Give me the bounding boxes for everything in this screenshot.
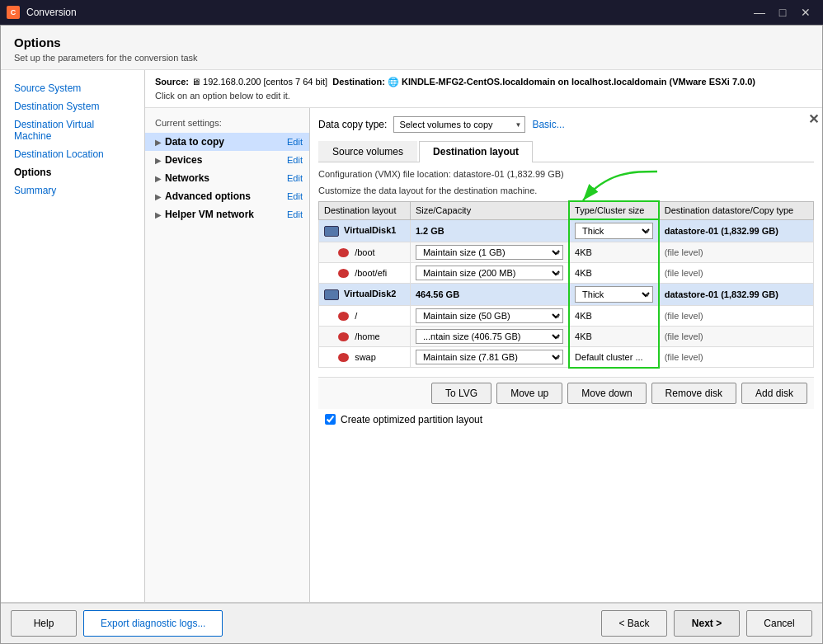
arrow-icon: ▶ <box>155 156 162 165</box>
table-container: Destination layout Size/Capacity Type/Cl… <box>318 200 814 369</box>
edit-link-devices[interactable]: Edit <box>287 155 303 165</box>
move-up-button[interactable]: Move up <box>496 383 562 404</box>
sidebar-item-destination-location[interactable]: Destination Location <box>7 146 138 162</box>
type-cell: 4KB <box>569 242 659 263</box>
close-button[interactable]: ✕ <box>795 2 816 23</box>
body: Source System Destination System Destina… <box>1 70 822 602</box>
edit-link-helper-vm-network[interactable]: Edit <box>287 209 303 219</box>
partition-label-cell: / <box>319 306 411 327</box>
settings-item-advanced-options[interactable]: ▶ Advanced options Edit <box>145 187 309 205</box>
tab-source-volumes[interactable]: Source volumes <box>318 141 417 162</box>
table-row: /home ...ntain size (406.75 GB) <box>319 327 814 347</box>
edit-link-advanced-options[interactable]: Edit <box>287 191 303 201</box>
settings-label: Current settings: <box>145 115 309 133</box>
main-window: Options Set up the parameters for the co… <box>0 25 823 644</box>
type-cell: Thick Thin <box>569 219 659 242</box>
size-select-root[interactable]: Maintain size (50 GB) <box>416 308 563 323</box>
basic-link[interactable]: Basic... <box>532 119 564 130</box>
partition-label-cell: /home <box>319 327 411 347</box>
dest-cell: (file level) <box>659 263 814 284</box>
close-panel-button[interactable]: ✕ <box>808 111 819 127</box>
type-cell: Thick Thin <box>569 284 659 306</box>
partition-label-cell: /boot <box>319 242 411 263</box>
size-select-boot[interactable]: Maintain size (1 GB) <box>416 245 563 260</box>
size-select-swap[interactable]: Maintain size (7.81 GB) <box>416 350 563 364</box>
titlebar: C Conversion — □ ✕ <box>0 0 823 25</box>
size-cell: ...ntain size (406.75 GB) <box>410 327 569 347</box>
arrow-icon: ▶ <box>155 210 162 219</box>
disk-label-cell: VirtualDisk1 <box>319 219 411 242</box>
export-logs-button[interactable]: Export diagnostic logs... <box>83 610 223 637</box>
tabs: Source volumes Destination layout <box>318 141 814 162</box>
source-bar: Source: 🖥 192.168.0.200 [centos 7 64 bit… <box>145 70 822 108</box>
data-copy-select[interactable]: Select volumes to copy <box>393 116 525 133</box>
size-select-home[interactable]: ...ntain size (406.75 GB) <box>416 329 563 344</box>
help-button[interactable]: Help <box>11 610 77 637</box>
disk-icon2 <box>324 289 339 300</box>
partition-icon-home <box>338 332 349 341</box>
partition-label-cell: /boot/efi <box>319 263 411 284</box>
type-cell: 4KB <box>569 263 659 284</box>
right-panel: ✕ Data copy type: Select volumes to copy… <box>310 108 822 602</box>
disk-icon <box>324 226 339 237</box>
thick-select-wrapper: Thick Thin <box>575 223 653 239</box>
minimize-button[interactable]: — <box>749 2 770 23</box>
content-area: Source: 🖥 192.168.0.200 [centos 7 64 bit… <box>145 70 822 602</box>
size-cell: Maintain size (1 GB) <box>410 242 569 263</box>
sidebar-item-destination-virtual-machine[interactable]: Destination Virtual Machine <box>7 116 138 144</box>
settings-item-helper-vm-network[interactable]: ▶ Helper VM network Edit <box>145 205 309 223</box>
back-button[interactable]: < Back <box>601 610 667 637</box>
cancel-button[interactable]: Cancel <box>746 610 812 637</box>
disk-label: VirtualDisk1 <box>344 225 396 235</box>
titlebar-title: Conversion <box>26 7 749 18</box>
settings-item-networks[interactable]: ▶ Networks Edit <box>145 169 309 187</box>
checkbox-row: Create optimized partition layout <box>318 409 814 429</box>
partition-icon-boot-efi <box>338 269 349 278</box>
dest-cell: datastore-01 (1,832.99 GB) <box>659 284 814 306</box>
edit-link-data-to-copy[interactable]: Edit <box>287 137 303 147</box>
edit-link-networks[interactable]: Edit <box>287 173 303 183</box>
partition-icon-swap <box>338 353 349 362</box>
maximize-button[interactable]: □ <box>772 2 793 23</box>
app-icon-letter: C <box>11 8 16 16</box>
type-select-vd1[interactable]: Thick Thin <box>575 223 653 239</box>
table-row: VirtualDisk1 1.2 GB Thick Thin <box>319 219 814 242</box>
settings-item-label: Data to copy <box>165 136 287 148</box>
optimized-partition-checkbox[interactable] <box>325 414 336 425</box>
arrow-icon: ▶ <box>155 174 162 183</box>
table-row: /boot Maintain size (1 GB) <box>319 242 814 263</box>
arrow-icon: ▶ <box>155 138 162 147</box>
to-lvg-button[interactable]: To LVG <box>431 383 491 404</box>
data-copy-label: Data copy type: <box>318 119 387 130</box>
customize-info: Customize the data layout for the destin… <box>318 184 814 197</box>
sidebar-item-source-system[interactable]: Source System <box>7 80 138 96</box>
next-button[interactable]: Next > <box>674 610 740 637</box>
thick-select-wrapper2: Thick Thin <box>575 286 653 303</box>
settings-item-label: Helper VM network <box>165 209 287 220</box>
tab-destination-layout[interactable]: Destination layout <box>419 141 533 162</box>
settings-item-data-to-copy[interactable]: ▶ Data to copy Edit <box>145 133 309 151</box>
dest-cell: (file level) <box>659 306 814 327</box>
add-disk-button[interactable]: Add disk <box>741 383 807 404</box>
settings-item-devices[interactable]: ▶ Devices Edit <box>145 151 309 169</box>
sidebar-item-summary[interactable]: Summary <box>7 182 138 199</box>
type-cell: 4KB <box>569 306 659 327</box>
table-row: swap Maintain size (7.81 GB) <box>319 347 814 368</box>
size-select-boot-efi[interactable]: Maintain size (200 MB) <box>416 266 563 280</box>
page-title: Options <box>14 35 809 49</box>
type-select-vd2[interactable]: Thick Thin <box>575 286 653 303</box>
sidebar-item-destination-system[interactable]: Destination System <box>7 98 138 115</box>
sidebar-item-options[interactable]: Options <box>7 164 138 181</box>
footer: Help Export diagnostic logs... < Back Ne… <box>1 602 822 643</box>
sidebar: Source System Destination System Destina… <box>1 70 145 602</box>
click-hint: Click on an option below to edit it. <box>155 91 812 101</box>
partition-icon-boot <box>338 248 349 257</box>
move-down-button[interactable]: Move down <box>567 383 646 404</box>
settings-item-label: Networks <box>165 172 287 184</box>
dest-cell: (file level) <box>659 327 814 347</box>
col-header-layout: Destination layout <box>319 201 411 219</box>
data-copy-select-wrapper: Select volumes to copy <box>393 116 525 133</box>
settings-panel: Current settings: ▶ Data to copy Edit ▶ … <box>145 108 822 602</box>
remove-disk-button[interactable]: Remove disk <box>651 383 736 404</box>
size-cell: Maintain size (50 GB) <box>410 306 569 327</box>
